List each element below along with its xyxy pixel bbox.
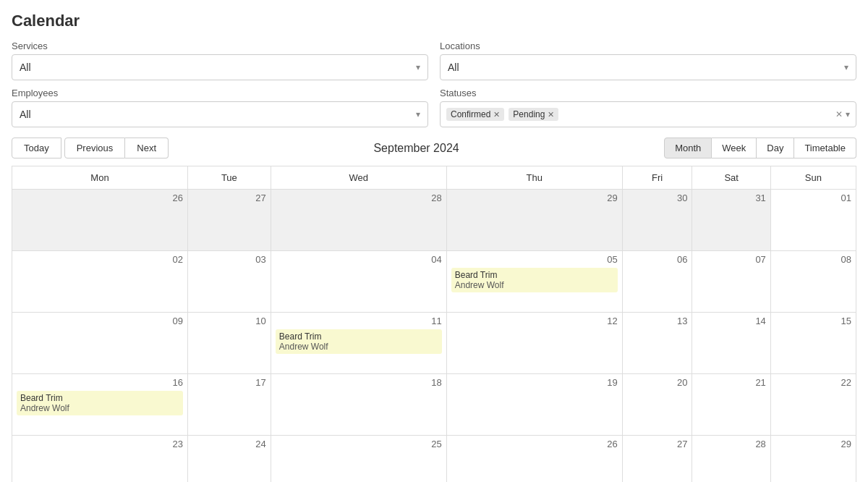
calendar-cell-4-0[interactable]: 23: [12, 436, 188, 483]
calendar-cell-2-4[interactable]: 13: [622, 313, 692, 374]
services-arrow-icon: ▾: [416, 62, 420, 72]
calendar-cell-0-0[interactable]: 26: [12, 190, 188, 251]
calendar-week-2: 091011Beard TrimAndrew Wolf12131415: [12, 313, 856, 374]
locations-select[interactable]: All ▾: [440, 54, 856, 80]
employees-arrow-icon: ▾: [416, 109, 420, 119]
calendar-cell-3-3[interactable]: 19: [446, 374, 622, 436]
statuses-clear-icon[interactable]: ✕: [835, 109, 843, 119]
calendar-cell-0-4[interactable]: 30: [622, 190, 692, 251]
calendar-cell-2-5[interactable]: 14: [692, 313, 770, 374]
calendar-cell-0-3[interactable]: 29: [446, 190, 622, 251]
calendar-cell-4-3[interactable]: 26: [446, 436, 622, 483]
nav-group: Previous Next: [64, 138, 169, 158]
services-filter-group: Services All ▾: [12, 41, 428, 80]
view-day-button[interactable]: Day: [757, 138, 794, 158]
calendar-cell-3-2[interactable]: 18: [271, 374, 446, 436]
calendar-cell-3-0[interactable]: 16Beard TrimAndrew Wolf: [12, 374, 188, 436]
day-number: 23: [17, 439, 183, 449]
calendar-cell-0-1[interactable]: 27: [187, 190, 271, 251]
page: Calendar Services All ▾ Locations All ▾ …: [0, 0, 868, 482]
statuses-select[interactable]: Confirmed ✕ Pending ✕ ✕ ▾: [440, 101, 856, 127]
confirmed-tag-remove[interactable]: ✕: [493, 110, 500, 119]
employees-select[interactable]: All ▾: [12, 101, 428, 127]
calendar-cell-1-5[interactable]: 07: [692, 251, 770, 313]
services-label: Services: [12, 41, 428, 51]
day-number: 28: [276, 193, 442, 203]
day-number: 26: [451, 439, 618, 449]
calendar-header: Mon Tue Wed Thu Fri Sat Sun: [12, 166, 856, 190]
calendar-cell-4-2[interactable]: 25: [271, 436, 446, 483]
day-number: 18: [276, 377, 442, 388]
statuses-label: Statuses: [440, 88, 856, 98]
calendar-cell-2-3[interactable]: 12: [446, 313, 622, 374]
day-number: 01: [775, 193, 851, 203]
calendar-cell-0-5[interactable]: 31: [692, 190, 770, 251]
event[interactable]: Beard TrimAndrew Wolf: [276, 329, 442, 354]
calendar-week-1: 02030405Beard TrimAndrew Wolf060708: [12, 251, 856, 313]
view-timetable-button[interactable]: Timetable: [794, 138, 856, 158]
col-thu: Thu: [446, 166, 622, 190]
day-number: 27: [627, 439, 688, 449]
day-number: 29: [775, 439, 851, 449]
day-number: 22: [775, 377, 851, 388]
day-number: 29: [451, 193, 618, 203]
day-number: 08: [775, 254, 851, 265]
day-number: 20: [627, 377, 688, 388]
calendar-cell-0-2[interactable]: 28: [271, 190, 446, 251]
event-subtitle: Andrew Wolf: [20, 403, 179, 413]
day-number: 14: [697, 316, 765, 326]
calendar-cell-1-6[interactable]: 08: [770, 251, 856, 313]
day-number: 19: [451, 377, 618, 388]
calendar-cell-1-2[interactable]: 04: [271, 251, 446, 313]
event-title: Beard Trim: [455, 270, 614, 280]
previous-button[interactable]: Previous: [64, 138, 126, 158]
toolbar: Today Previous Next September 2024 Month…: [12, 138, 856, 158]
calendar-cell-1-1[interactable]: 03: [187, 251, 271, 313]
calendar-cell-2-1[interactable]: 10: [187, 313, 271, 374]
calendar-cell-3-1[interactable]: 17: [187, 374, 271, 436]
event[interactable]: Beard TrimAndrew Wolf: [451, 268, 618, 292]
calendar-week-3: 16Beard TrimAndrew Wolf171819202122: [12, 374, 856, 436]
calendar-cell-1-0[interactable]: 02: [12, 251, 188, 313]
day-number: 21: [697, 377, 765, 388]
calendar-cell-3-6[interactable]: 22: [770, 374, 856, 436]
employees-label: Employees: [12, 88, 428, 98]
view-week-button[interactable]: Week: [712, 138, 757, 158]
event-subtitle: Andrew Wolf: [279, 342, 438, 352]
event-title: Beard Trim: [279, 331, 438, 342]
calendar-week-0: 26272829303101: [12, 190, 856, 251]
calendar-cell-0-6[interactable]: 01: [770, 190, 856, 251]
calendar-cell-3-5[interactable]: 21: [692, 374, 770, 436]
services-select[interactable]: All ▾: [12, 54, 428, 80]
day-number: 02: [17, 254, 183, 265]
confirmed-tag: Confirmed ✕: [446, 108, 504, 121]
day-number: 12: [451, 316, 618, 326]
employees-value: All: [20, 109, 31, 120]
statuses-arrow-icon[interactable]: ▾: [846, 109, 850, 119]
calendar-cell-1-4[interactable]: 06: [622, 251, 692, 313]
calendar-cell-4-4[interactable]: 27: [622, 436, 692, 483]
view-month-button[interactable]: Month: [664, 138, 712, 158]
calendar-cell-1-3[interactable]: 05Beard TrimAndrew Wolf: [446, 251, 622, 313]
calendar-cell-3-4[interactable]: 20: [622, 374, 692, 436]
calendar-cell-4-6[interactable]: 29: [770, 436, 856, 483]
calendar-cell-2-0[interactable]: 09: [12, 313, 188, 374]
calendar-cell-2-6[interactable]: 15: [770, 313, 856, 374]
pending-tag: Pending ✕: [509, 108, 558, 121]
today-button[interactable]: Today: [12, 138, 61, 158]
locations-value: All: [448, 62, 459, 73]
confirmed-tag-label: Confirmed: [451, 109, 490, 119]
day-number: 07: [697, 254, 765, 265]
next-button[interactable]: Next: [125, 138, 169, 158]
calendar-cell-2-2[interactable]: 11Beard TrimAndrew Wolf: [271, 313, 446, 374]
col-fri: Fri: [622, 166, 692, 190]
pending-tag-remove[interactable]: ✕: [548, 110, 554, 119]
page-title: Calendar: [12, 12, 856, 30]
day-number: 31: [697, 193, 765, 203]
day-number: 13: [627, 316, 688, 326]
col-wed: Wed: [271, 166, 446, 190]
calendar-cell-4-5[interactable]: 28: [692, 436, 770, 483]
calendar-cell-4-1[interactable]: 24: [187, 436, 271, 483]
pending-tag-label: Pending: [513, 109, 545, 119]
event[interactable]: Beard TrimAndrew Wolf: [17, 391, 183, 415]
